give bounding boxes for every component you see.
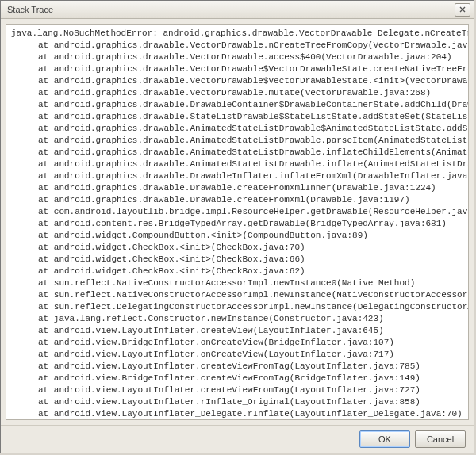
- stack-frame: at sun.reflect.DelegatingConstructorAcce…: [11, 301, 463, 313]
- close-icon: [459, 5, 466, 14]
- stack-frame: at android.graphics.drawable.AnimatedSta…: [11, 123, 463, 135]
- stack-frame: at java.lang.reflect.Constructor.newInst…: [11, 313, 463, 325]
- stack-frame: at android.graphics.drawable.VectorDrawa…: [11, 63, 463, 75]
- stack-frame: at android.view.LayoutInflater.createVie…: [11, 325, 463, 337]
- window-title: Stack Trace: [7, 5, 455, 14]
- error-line: java.lang.NoSuchMethodError: android.gra…: [11, 28, 463, 40]
- stack-frame: at android.view.LayoutInflater_Delegate.…: [11, 408, 463, 420]
- stack-frame: at android.widget.CheckBox.<init>(CheckB…: [11, 266, 463, 277]
- stack-frame: at sun.reflect.NativeConstructorAccessor…: [11, 289, 463, 301]
- stack-frame: at android.view.LayoutInflater.createVie…: [11, 361, 463, 373]
- stack-frame: at android.graphics.drawable.AnimatedSta…: [11, 147, 463, 159]
- stack-frame: at android.view.BridgeInflater.createVie…: [11, 373, 463, 384]
- stack-frame: at android.view.LayoutInflater.createVie…: [11, 384, 463, 396]
- stack-frame: at android.content.res.BridgeTypedArray.…: [11, 218, 463, 230]
- stack-frame: at android.graphics.drawable.StateListDr…: [11, 111, 463, 123]
- stack-frame: at android.graphics.drawable.VectorDrawa…: [11, 52, 463, 63]
- stack-frame: at android.widget.CheckBox.<init>(CheckB…: [11, 242, 463, 254]
- button-bar: OK Cancel: [1, 425, 474, 453]
- stack-frame: at android.widget.CompoundButton.<init>(…: [11, 230, 463, 242]
- stack-frame: at android.graphics.drawable.DrawableCon…: [11, 99, 463, 111]
- stack-frame: at android.graphics.drawable.VectorDrawa…: [11, 75, 463, 87]
- stack-frame: at android.graphics.drawable.AnimatedSta…: [11, 159, 463, 170]
- window-close-button[interactable]: [455, 3, 470, 17]
- stack-trace-textarea[interactable]: java.lang.NoSuchMethodError: android.gra…: [6, 24, 469, 420]
- stack-frame: at android.graphics.drawable.Drawable.cr…: [11, 194, 463, 206]
- stack-trace-dialog: Stack Trace java.lang.NoSuchMethodError:…: [0, 0, 474, 453]
- stack-frame: at android.view.LayoutInflater.onCreateV…: [11, 349, 463, 361]
- stack-frame: at android.graphics.drawable.VectorDrawa…: [11, 87, 463, 99]
- stack-frame: at android.graphics.drawable.VectorDrawa…: [11, 40, 463, 52]
- ok-button[interactable]: OK: [359, 430, 410, 448]
- cancel-button[interactable]: Cancel: [415, 430, 466, 448]
- stack-frame: at android.graphics.drawable.Drawable.cr…: [11, 182, 463, 194]
- stack-frame: at android.view.BridgeInflater.onCreateV…: [11, 337, 463, 349]
- stack-frame: at android.view.LayoutInflater.rInflate_…: [11, 396, 463, 408]
- stack-frame: at android.widget.CheckBox.<init>(CheckB…: [11, 254, 463, 266]
- stack-frame: at android.graphics.drawable.AnimatedSta…: [11, 135, 463, 147]
- stack-frame: at android.graphics.drawable.DrawableInf…: [11, 170, 463, 182]
- stack-frame: at com.android.layoutlib.bridge.impl.Res…: [11, 206, 463, 218]
- title-bar: Stack Trace: [1, 1, 474, 19]
- stack-frame: at sun.reflect.NativeConstructorAccessor…: [11, 277, 463, 289]
